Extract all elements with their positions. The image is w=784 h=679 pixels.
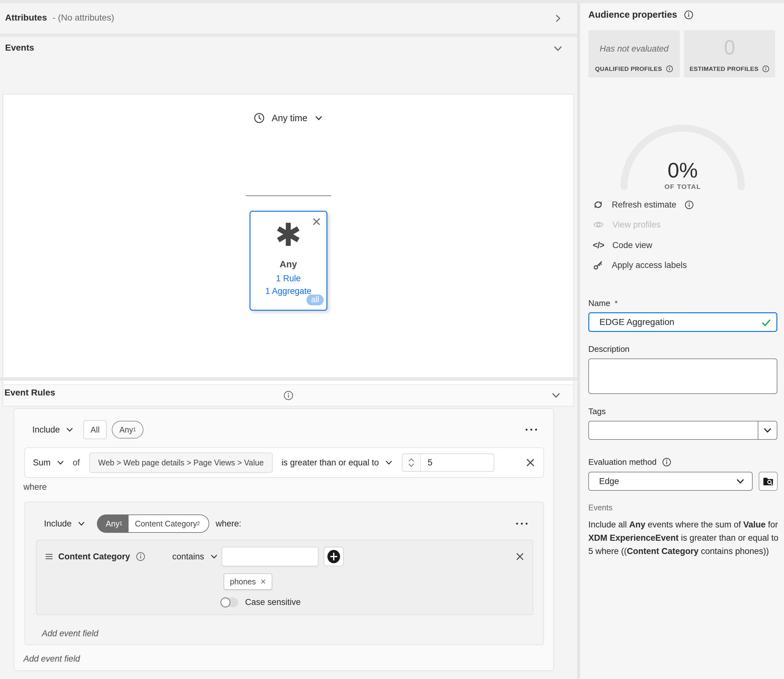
phones-tag[interactable]: phones	[224, 573, 272, 590]
audience-builder-page: Attributes - (No attributes) Events	[0, 0, 784, 679]
chevron-down-icon	[210, 552, 218, 561]
where-label: where	[24, 482, 47, 492]
gauge-caption: OF TOTAL	[616, 183, 749, 191]
events-summary-text: Include all Any events where the sum of …	[588, 518, 779, 558]
case-sensitive-toggle[interactable]	[221, 598, 238, 607]
expand-attributes-button[interactable]	[552, 12, 564, 25]
value-input[interactable]	[421, 454, 494, 471]
chevron-down-icon	[553, 44, 563, 53]
timeline-rule	[246, 195, 331, 196]
view-profiles-button: View profiles	[593, 218, 661, 232]
more-options-button[interactable]	[525, 429, 537, 430]
estimated-profiles-card: 0 ESTIMATED PROFILES	[684, 30, 775, 78]
include-dropdown[interactable]: Include	[32, 425, 74, 435]
gauge-percent: 0%	[616, 158, 749, 182]
code-view-label: Code view	[612, 241, 652, 250]
plus-icon	[328, 550, 340, 563]
estimated-profiles-value: 0	[684, 36, 775, 59]
asterisk-icon: ✱	[251, 217, 326, 252]
valid-check-icon	[761, 318, 771, 328]
time-filter[interactable]: Any time	[253, 112, 323, 124]
remove-rule-button[interactable]	[525, 458, 535, 467]
main-panel: Attributes - (No attributes) Events	[0, 3, 577, 679]
apply-access-labels-button[interactable]: Apply access labels	[593, 258, 687, 272]
description-input[interactable]	[588, 358, 777, 394]
operator-dropdown[interactable]: is greater than or equal to	[282, 458, 393, 468]
name-input[interactable]	[588, 312, 777, 332]
eye-icon	[593, 219, 604, 230]
top-strip	[0, 0, 784, 3]
any-pill-label: Any	[119, 425, 133, 435]
close-icon	[525, 458, 535, 467]
include-label: Include	[32, 425, 60, 435]
chevron-down-icon	[551, 390, 561, 400]
description-label: Description	[588, 344, 629, 354]
qualified-profiles-card: Has not evaluated QUALIFIED PROFILES	[588, 30, 680, 78]
view-profiles-label: View profiles	[612, 220, 661, 230]
chevron-down-icon	[408, 463, 414, 467]
any-pill[interactable]: Any1	[112, 421, 143, 438]
add-event-field-link-outer[interactable]: Add event field	[24, 654, 80, 664]
any-pill-selected[interactable]: Any1	[97, 515, 129, 533]
aggregate-dropdown[interactable]: Sum	[33, 458, 64, 468]
attributes-subtitle: - (No attributes)	[53, 13, 114, 22]
stepper-buttons[interactable]	[403, 454, 421, 471]
tags-combobox[interactable]	[588, 421, 777, 440]
chevron-up-icon	[408, 458, 414, 462]
all-button[interactable]: All	[83, 420, 107, 439]
info-icon[interactable]	[762, 65, 770, 72]
nested-include-dropdown[interactable]: Include	[44, 519, 86, 529]
code-icon: </>	[593, 241, 604, 250]
field-name: Content Category	[58, 552, 130, 562]
events-canvas[interactable]: Any time ✱ Any 1 Rule 1 Aggregate all	[3, 94, 574, 407]
nested-include-row: Include Any1 Content Category2 where:	[25, 514, 543, 533]
chevron-down-icon	[763, 426, 772, 435]
value-entry-input[interactable]	[222, 547, 318, 566]
events-title: Events	[5, 43, 34, 53]
event-rules-container: Include All Any1 Sum	[14, 408, 554, 671]
attributes-title: Attributes	[5, 13, 47, 22]
code-view-button[interactable]: </> Code view	[593, 238, 652, 252]
any-pill-count: 1	[133, 427, 136, 433]
add-value-button[interactable]	[324, 547, 344, 566]
event-card[interactable]: ✱ Any 1 Rule 1 Aggregate all	[249, 211, 328, 311]
all-badge: all	[306, 294, 323, 305]
field-chip[interactable]: Web > Web page details > Page Views > Va…	[89, 452, 273, 473]
audience-properties-panel: Audience properties Has not evaluated QU…	[580, 3, 784, 679]
preview-profiles-button[interactable]	[759, 472, 778, 491]
aggregate-rule-row: Sum of Web > Web page details > Page Vie…	[24, 447, 544, 478]
event-rules-section: Event Rules Include All Any1	[0, 381, 577, 679]
tags-input[interactable]	[589, 421, 758, 439]
name-label: Name	[588, 298, 610, 308]
refresh-estimate-button[interactable]: Refresh estimate	[593, 198, 694, 212]
content-category-pill[interactable]: Content Category2	[129, 515, 209, 533]
evaluation-method-select[interactable]: Edge	[588, 472, 753, 491]
info-icon[interactable]	[684, 10, 693, 20]
remove-field-button[interactable]	[516, 552, 524, 561]
remove-tag-icon[interactable]	[260, 579, 266, 584]
info-icon[interactable]	[685, 200, 694, 210]
nested-more-options-button[interactable]	[516, 523, 527, 524]
info-icon[interactable]	[662, 457, 671, 467]
collapse-events-button[interactable]	[552, 42, 564, 55]
condition-pills[interactable]: Any1 Content Category2	[97, 515, 209, 533]
clock-icon	[253, 112, 265, 124]
refresh-icon	[593, 199, 604, 210]
collapse-event-rules-button[interactable]	[550, 389, 562, 402]
contains-dropdown[interactable]: contains	[172, 552, 218, 562]
add-event-field-link[interactable]: Add event field	[42, 629, 99, 638]
nested-rule-group: Include Any1 Content Category2 where:	[24, 502, 544, 645]
include-label: Include	[44, 519, 72, 529]
rule-link[interactable]: 1 Rule	[251, 274, 326, 283]
info-icon[interactable]	[666, 65, 673, 72]
tags-dropdown-button[interactable]	[758, 421, 777, 439]
content-category-row: Content Category contains	[36, 540, 533, 615]
chevron-down-icon	[56, 458, 64, 467]
info-icon[interactable]	[136, 552, 145, 561]
section-divider	[0, 377, 577, 381]
chevron-down-icon	[314, 114, 323, 122]
all-button-label: All	[91, 425, 100, 435]
drag-handle-icon[interactable]	[45, 553, 53, 560]
include-row: Include All Any1	[14, 420, 554, 439]
tags-label: Tags	[588, 407, 606, 416]
